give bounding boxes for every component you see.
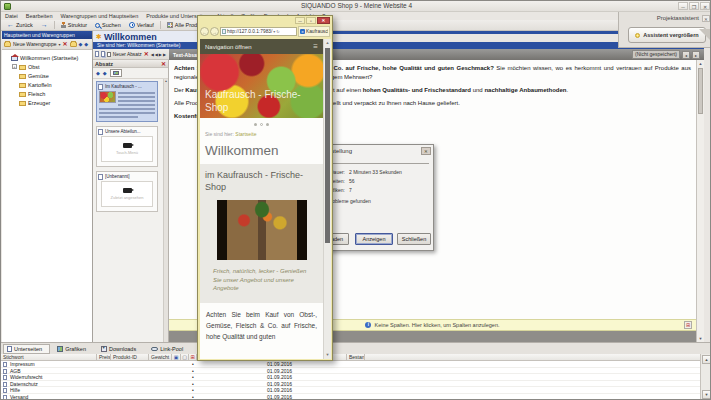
col-page-icon[interactable]: ▢ bbox=[181, 354, 189, 361]
insert-image-button[interactable] bbox=[110, 69, 122, 77]
row-gewicht-dot: • bbox=[189, 368, 197, 375]
table-row[interactable]: AGB • 01.09.2016 bbox=[1, 368, 700, 375]
move-folder-icon[interactable] bbox=[70, 42, 77, 47]
suchen-button[interactable]: Suchen bbox=[92, 21, 124, 30]
paragraph-block-selected[interactable]: Im Kaufrausch - ... bbox=[96, 81, 158, 122]
dot-icon[interactable] bbox=[254, 123, 257, 126]
tree-item-label: Willkommen (Startseite) bbox=[20, 55, 78, 61]
browser-close-button[interactable]: ✕ bbox=[317, 17, 330, 24]
col-gewicht[interactable]: Gewicht bbox=[149, 354, 172, 361]
col-preis[interactable]: Preis bbox=[97, 354, 111, 361]
verlauf-button[interactable]: Verlauf bbox=[126, 21, 157, 30]
hero-title: Kaufrausch - Frische-Shop bbox=[205, 88, 323, 114]
menu-item[interactable]: Warengruppen und Hauptseiten bbox=[56, 13, 142, 19]
menu-item[interactable]: Bearbeiten bbox=[22, 13, 57, 19]
bottom-tab[interactable]: Grafiken ▾ bbox=[53, 344, 94, 354]
col-grid-icon[interactable]: ⊞ bbox=[189, 354, 197, 361]
forward-button[interactable]: → bbox=[38, 21, 51, 30]
menu-item[interactable]: Datei bbox=[1, 13, 22, 19]
restore-button[interactable]: ❐ bbox=[689, 2, 699, 10]
table-row[interactable]: Datenschutz • 01.09.2016 bbox=[1, 381, 700, 388]
absatz-close-button[interactable]: ✕ bbox=[161, 61, 166, 67]
schliessen-button[interactable]: Schließen bbox=[397, 233, 431, 245]
move-down-button[interactable]: ◆ bbox=[84, 41, 88, 47]
struktur-button[interactable]: Struktur bbox=[58, 21, 90, 30]
paragraph-block[interactable]: Unsere Abteilun... Touch-Menü bbox=[96, 126, 158, 167]
absatz-nav: ◆ ◆ bbox=[93, 68, 168, 79]
absatz-down-button[interactable]: ◆ bbox=[103, 70, 107, 76]
tree-item[interactable]: + Willkommen (Startseite) bbox=[2, 53, 92, 62]
collapse-left-button[interactable]: ◂ bbox=[682, 51, 690, 59]
duplicate-icon[interactable] bbox=[101, 51, 105, 57]
neuer-absatz-checkbox[interactable] bbox=[107, 52, 111, 57]
col-produkt-id[interactable]: Produkt-ID bbox=[111, 354, 149, 361]
block-placeholder: Zuletzt angesehen bbox=[101, 181, 153, 207]
browser-scrollbar[interactable]: ▲ ▼ bbox=[323, 39, 331, 359]
row-page-icon bbox=[3, 395, 7, 400]
col-bestand[interactable]: Bestand bbox=[347, 354, 365, 361]
sidebar-warengruppen: Hauptseiten und Warengruppen Neue Wareng… bbox=[2, 31, 93, 342]
tree-item[interactable]: + Obst bbox=[2, 62, 92, 71]
scroll-down-button[interactable]: ▼ bbox=[702, 390, 711, 399]
back-button[interactable]: ←Zurück bbox=[4, 21, 36, 30]
carousel-dots[interactable] bbox=[200, 118, 323, 131]
mobile-nav-bar[interactable]: Navigation öffnen ≡ bbox=[200, 39, 323, 54]
table-row[interactable]: Widerrufsrecht • 01.09.2016 bbox=[1, 374, 700, 381]
block-title: Unsere Abteilun... bbox=[105, 129, 141, 134]
minimize-button[interactable]: ─ bbox=[678, 2, 688, 10]
refresh-icon[interactable]: ↻ bbox=[276, 29, 279, 34]
paragraph-nav-arrows[interactable]: ◀◀▶▶ bbox=[151, 52, 167, 57]
browser-back-button[interactable]: ← bbox=[200, 27, 209, 36]
assistant-close-button[interactable]: ✕ bbox=[702, 15, 710, 22]
editor-scrollbar[interactable]: ▲ ▼ bbox=[696, 60, 704, 342]
url-search-icon[interactable]: ▾ bbox=[273, 29, 275, 34]
table-row[interactable]: Versand • 01.09.2016 bbox=[1, 394, 700, 400]
row-date: 01.09.2016 bbox=[267, 361, 292, 368]
scroll-up-button[interactable]: ▲ bbox=[702, 355, 711, 364]
absatz-up-button[interactable]: ◆ bbox=[96, 70, 100, 76]
browser-scrollbar-thumb[interactable] bbox=[325, 48, 330, 243]
tree-item[interactable]: + Kartoffeln bbox=[2, 80, 92, 89]
anzeigen-button[interactable]: Anzeigen bbox=[355, 233, 393, 245]
new-group-button[interactable]: Neue Warengruppe bbox=[13, 41, 56, 47]
columns-grid-button[interactable]: ⊞ bbox=[684, 321, 692, 329]
tree-item[interactable]: + Gemüse bbox=[2, 71, 92, 80]
assistant-expand-button[interactable]: Assistent vergrößern bbox=[628, 27, 706, 43]
assistant-fold-handle[interactable] bbox=[699, 29, 710, 40]
delete-paragraph-button[interactable]: ✕ bbox=[144, 51, 149, 57]
move-up-button[interactable]: ◆ bbox=[79, 41, 83, 47]
tree-item[interactable]: + Fleisch bbox=[2, 89, 92, 98]
table-scrollbar[interactable]: ▲ ▼ bbox=[700, 354, 711, 400]
col-image-icon[interactable]: ▣ bbox=[172, 354, 181, 361]
browser-forward-button[interactable]: → bbox=[210, 27, 219, 36]
dialog-close-icon[interactable]: ✕ bbox=[421, 147, 431, 155]
row-gewicht-dot: • bbox=[189, 374, 197, 381]
paragraph-block[interactable]: [Unbenannt] Zuletzt angesehen bbox=[96, 171, 158, 212]
absatz-scrollbar[interactable]: ▲ bbox=[163, 79, 168, 342]
table-row[interactable]: Hilfe • 01.09.2016 bbox=[1, 387, 700, 394]
browser-minimize-button[interactable]: ─ bbox=[295, 17, 305, 24]
table-row[interactable]: Impressum • 01.09.2016 bbox=[1, 361, 700, 368]
close-button[interactable]: ✕ bbox=[700, 2, 710, 10]
url-field[interactable]: http://127.0.0.1:7983/ ▾ ↻ bbox=[220, 27, 297, 36]
neuer-absatz-label[interactable]: Neuer Absatz bbox=[113, 52, 142, 57]
scrollbar-thumb[interactable] bbox=[698, 68, 703, 114]
browser-maximize-button[interactable]: ▫ bbox=[306, 17, 316, 24]
dot-icon[interactable] bbox=[260, 123, 263, 126]
bottom-tab[interactable]: Downloads ▾ bbox=[97, 344, 144, 354]
bottom-tab[interactable]: Unterseiten ▾ bbox=[3, 344, 50, 354]
nav-open-label[interactable]: Navigation öffnen bbox=[200, 44, 252, 50]
new-group-dropdown-icon[interactable]: ▾ bbox=[58, 42, 60, 47]
breadcrumb-link[interactable]: Startseite bbox=[235, 131, 256, 137]
page-icon[interactable] bbox=[95, 51, 99, 57]
delete-group-button[interactable]: ✕ bbox=[62, 41, 67, 47]
collapse-right-button[interactable]: ▸ bbox=[692, 51, 700, 59]
bottom-tab[interactable]: Link-Pool ▾ bbox=[147, 344, 191, 354]
browser-tab[interactable]: e Kaufrausch - Frische-Shop bbox=[298, 26, 330, 37]
block-thumbnail-image bbox=[99, 91, 116, 103]
hamburger-icon[interactable]: ≡ bbox=[313, 42, 323, 52]
expander-icon[interactable]: + bbox=[12, 64, 17, 69]
col-stichwort[interactable]: Stichwort bbox=[1, 354, 97, 361]
dot-icon[interactable] bbox=[266, 123, 269, 126]
tree-item[interactable]: + Erzeuger bbox=[2, 98, 92, 107]
